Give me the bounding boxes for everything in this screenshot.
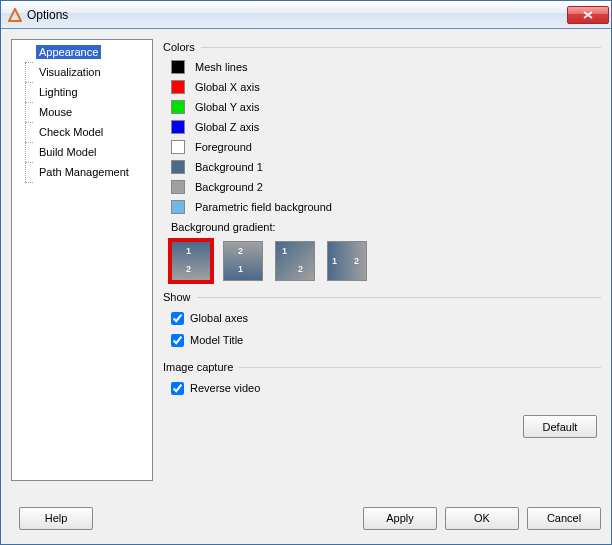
colors-title: Colors bbox=[163, 41, 195, 53]
gradient-option-vertical[interactable]: 12 bbox=[171, 241, 211, 281]
color-label: Global Z axis bbox=[195, 121, 259, 133]
capture-label: Reverse video bbox=[190, 382, 260, 394]
gradient-option-vertical-rev[interactable]: 12 bbox=[223, 241, 263, 281]
color-label: Foreground bbox=[195, 141, 252, 153]
color-row[interactable]: Parametric field background bbox=[163, 197, 601, 217]
gradient-num-1: 1 bbox=[282, 246, 287, 256]
category-tree: AppearanceVisualizationLightingMouseChec… bbox=[11, 39, 153, 481]
show-title: Show bbox=[163, 291, 191, 303]
divider bbox=[239, 367, 601, 368]
show-label: Global axes bbox=[190, 312, 248, 324]
settings-pane: Colors Mesh linesGlobal X axisGlobal Y a… bbox=[161, 39, 601, 498]
options-dialog: Options AppearanceVisualizationLightingM… bbox=[0, 0, 612, 545]
tree-label: Appearance bbox=[36, 45, 101, 59]
color-swatch[interactable] bbox=[171, 60, 185, 74]
tree-label: Lighting bbox=[36, 85, 81, 99]
gradient-option-diagonal[interactable]: 12 bbox=[275, 241, 315, 281]
divider bbox=[201, 47, 601, 48]
close-button[interactable] bbox=[567, 6, 609, 24]
gradient-num-2: 2 bbox=[186, 264, 191, 274]
capture-title: Image capture bbox=[163, 361, 233, 373]
capture-row: Reverse video bbox=[163, 377, 601, 399]
colors-group: Colors Mesh linesGlobal X axisGlobal Y a… bbox=[161, 41, 601, 281]
color-swatch[interactable] bbox=[171, 200, 185, 214]
gradient-num-2: 2 bbox=[354, 256, 359, 266]
content-area: AppearanceVisualizationLightingMouseChec… bbox=[1, 29, 611, 498]
color-row[interactable]: Global Z axis bbox=[163, 117, 601, 137]
color-label: Parametric field background bbox=[195, 201, 332, 213]
show-label: Model Title bbox=[190, 334, 243, 346]
show-row: Global axes bbox=[163, 307, 601, 329]
color-label: Global Y axis bbox=[195, 101, 259, 113]
tree-item-appearance[interactable]: Appearance bbox=[12, 42, 152, 62]
tree-label: Path Management bbox=[36, 165, 132, 179]
color-swatch[interactable] bbox=[171, 140, 185, 154]
color-swatch[interactable] bbox=[171, 180, 185, 194]
default-button[interactable]: Default bbox=[523, 415, 597, 438]
show-group: Show Global axesModel Title bbox=[161, 291, 601, 351]
gradient-num-1: 1 bbox=[186, 246, 191, 256]
tree-item-check-model[interactable]: Check Model bbox=[12, 122, 152, 142]
gradient-row: 12121212 bbox=[163, 235, 601, 281]
tree-label: Mouse bbox=[36, 105, 75, 119]
cancel-button[interactable]: Cancel bbox=[527, 507, 601, 530]
tree-item-build-model[interactable]: Build Model bbox=[12, 142, 152, 162]
capture-checkbox[interactable] bbox=[171, 382, 184, 395]
ok-button[interactable]: OK bbox=[445, 507, 519, 530]
gradient-num-2: 2 bbox=[298, 264, 303, 274]
tree-item-visualization[interactable]: Visualization bbox=[12, 62, 152, 82]
color-swatch[interactable] bbox=[171, 160, 185, 174]
tree-label: Build Model bbox=[36, 145, 99, 159]
gradient-num-1: 1 bbox=[238, 264, 243, 274]
color-label: Global X axis bbox=[195, 81, 260, 93]
gradient-num-2: 2 bbox=[238, 246, 243, 256]
tree-item-lighting[interactable]: Lighting bbox=[12, 82, 152, 102]
color-row[interactable]: Background 2 bbox=[163, 177, 601, 197]
app-icon bbox=[7, 7, 23, 23]
color-row[interactable]: Global Y axis bbox=[163, 97, 601, 117]
color-label: Background 2 bbox=[195, 181, 263, 193]
gradient-label: Background gradient: bbox=[163, 217, 601, 235]
help-button[interactable]: Help bbox=[19, 507, 93, 530]
divider bbox=[197, 297, 601, 298]
tree-label: Visualization bbox=[36, 65, 104, 79]
titlebar: Options bbox=[1, 1, 611, 29]
color-label: Mesh lines bbox=[195, 61, 248, 73]
color-row[interactable]: Mesh lines bbox=[163, 57, 601, 77]
show-checkbox[interactable] bbox=[171, 312, 184, 325]
color-swatch[interactable] bbox=[171, 100, 185, 114]
color-row[interactable]: Foreground bbox=[163, 137, 601, 157]
tree-label: Check Model bbox=[36, 125, 106, 139]
window-title: Options bbox=[27, 8, 567, 22]
apply-button[interactable]: Apply bbox=[363, 507, 437, 530]
show-checkbox[interactable] bbox=[171, 334, 184, 347]
button-bar: Help Apply OK Cancel bbox=[1, 498, 611, 544]
gradient-option-horizontal[interactable]: 12 bbox=[327, 241, 367, 281]
tree-item-path-management[interactable]: Path Management bbox=[12, 162, 152, 182]
default-row: Default bbox=[161, 409, 601, 438]
gradient-num-1: 1 bbox=[332, 256, 337, 266]
show-row: Model Title bbox=[163, 329, 601, 351]
capture-group: Image capture Reverse video bbox=[161, 361, 601, 399]
color-swatch[interactable] bbox=[171, 80, 185, 94]
color-label: Background 1 bbox=[195, 161, 263, 173]
color-swatch[interactable] bbox=[171, 120, 185, 134]
tree-item-mouse[interactable]: Mouse bbox=[12, 102, 152, 122]
color-row[interactable]: Global X axis bbox=[163, 77, 601, 97]
color-row[interactable]: Background 1 bbox=[163, 157, 601, 177]
